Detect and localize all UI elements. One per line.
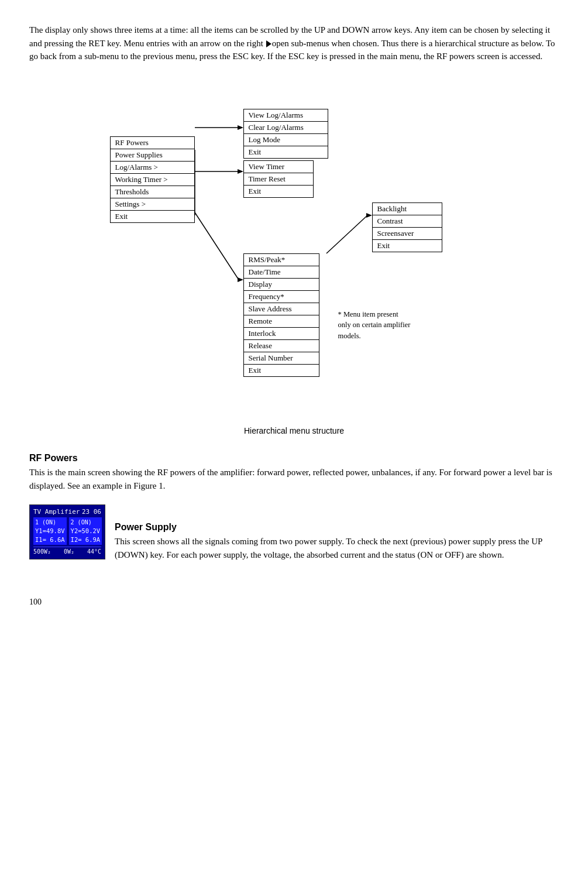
timer-menu-item-view: View Timer [244, 161, 313, 173]
col2-label: 2 (ON) [71, 519, 101, 527]
log-menu-box: View Log/Alarms Clear Log/Alarms Log Mod… [243, 109, 328, 159]
main-menu-item-working-timer: Working Timer > [111, 174, 194, 186]
timer-menu-item-exit: Exit [244, 186, 313, 197]
log-menu-item-view: View Log/Alarms [244, 109, 328, 122]
main-menu-item-log-alarms: Log/Alarms > [111, 162, 194, 174]
col2-v: Y2=50.2V [71, 527, 101, 535]
svg-line-5 [195, 212, 239, 280]
diagram-note: * Menu item presentonly on certain ampli… [338, 309, 411, 342]
screen-data-row: 1 (ON) Y1=49.8V I1= 6.6A 2 (ON) Y2=50.2V… [33, 517, 101, 545]
page-number: 100 [29, 598, 559, 607]
settings-item-serial: Serial Number [244, 352, 319, 365]
main-menu-box: RF Powers Power Supplies Log/Alarms > Wo… [110, 136, 195, 223]
col1-label: 1 (ON) [35, 519, 65, 527]
display-item-exit: Exit [373, 240, 442, 252]
svg-marker-4 [238, 169, 243, 174]
main-menu-item-exit: Exit [111, 211, 194, 222]
svg-marker-6 [238, 277, 243, 282]
col2-i: I2= 6.9A [71, 535, 101, 544]
page-content: The display only shows three items at a … [29, 23, 559, 607]
screen-col1: 1 (ON) Y1=49.8V I1= 6.6A [33, 517, 67, 545]
log-menu-item-clear: Clear Log/Alarms [244, 122, 328, 134]
settings-item-slave: Slave Address [244, 303, 319, 315]
main-menu-item-rf-powers: RF Powers [111, 137, 194, 149]
settings-item-exit: Exit [244, 365, 319, 376]
footer-left: 500W₂ [33, 548, 51, 555]
rf-powers-body: This is the main screen showing the RF p… [29, 466, 559, 493]
svg-marker-2 [238, 125, 243, 130]
settings-item-frequency: Frequency* [244, 291, 319, 303]
main-menu-item-thresholds: Thresholds [111, 186, 194, 198]
svg-line-7 [326, 215, 367, 253]
settings-item-release: Release [244, 340, 319, 352]
power-supply-body: This screen shows all the signals coming… [115, 535, 559, 562]
screen-header-left: TV Amplifier [33, 508, 80, 516]
intro-text: The display only shows three items at a … [29, 25, 555, 61]
timer-menu-item-reset: Timer Reset [244, 173, 313, 186]
power-supply-section: TV Amplifier 23 06 1 (ON) Y1=49.8V I1= 6… [29, 504, 559, 574]
display-menu-box: Backlight Contrast Screensaver Exit [372, 202, 442, 252]
settings-item-interlock: Interlock [244, 328, 319, 340]
power-supply-heading: Power Supply [115, 522, 559, 533]
timer-menu-box: View Timer Timer Reset Exit [243, 160, 314, 198]
col1-i: I1= 6.6A [35, 535, 65, 544]
diagram-container: RF Powers Power Supplies Log/Alarms > Wo… [29, 81, 559, 420]
footer-mid: 0W₂ [64, 548, 74, 555]
display-item-screensaver: Screensaver [373, 228, 442, 240]
settings-menu-box: RMS/Peak* Date/Time Display Frequency* S… [243, 253, 319, 377]
settings-item-datetime: Date/Time [244, 266, 319, 279]
log-menu-item-exit: Exit [244, 146, 328, 158]
rf-powers-heading: RF Powers [29, 453, 559, 463]
screen-header-right: 23 06 [82, 508, 101, 516]
settings-item-rms: RMS/Peak* [244, 254, 319, 266]
settings-item-display: Display [244, 279, 319, 291]
screen-footer: 500W₂ 0W₂ 44°C [33, 547, 101, 556]
settings-item-remote: Remote [244, 315, 319, 328]
diagram-caption: Hierarchical menu structure [29, 426, 559, 435]
main-menu-item-power-supplies: Power Supplies [111, 149, 194, 162]
log-menu-item-mode: Log Mode [244, 134, 328, 146]
display-item-backlight: Backlight [373, 203, 442, 215]
diagram-inner: RF Powers Power Supplies Log/Alarms > Wo… [104, 81, 484, 420]
display-item-contrast: Contrast [373, 215, 442, 228]
intro-paragraph: The display only shows three items at a … [29, 23, 559, 63]
col1-v: Y1=49.8V [35, 527, 65, 535]
footer-right: 44°C [87, 548, 101, 555]
power-supply-text-col: Power Supply This screen shows all the s… [115, 504, 559, 574]
screen-header: TV Amplifier 23 06 [33, 508, 101, 516]
svg-marker-8 [366, 213, 372, 218]
main-menu-item-settings: Settings > [111, 198, 194, 211]
power-supply-screen: TV Amplifier 23 06 1 (ON) Y1=49.8V I1= 6… [29, 504, 105, 559]
screen-col2: 2 (ON) Y2=50.2V I2= 6.9A [69, 517, 102, 545]
